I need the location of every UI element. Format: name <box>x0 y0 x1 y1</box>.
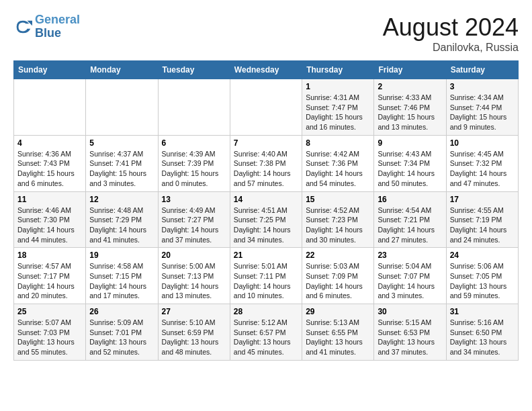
calendar-cell: 20Sunrise: 5:00 AM Sunset: 7:13 PM Dayli… <box>158 248 230 304</box>
column-header-friday: Friday <box>374 61 446 79</box>
calendar-cell: 30Sunrise: 5:15 AM Sunset: 6:53 PM Dayli… <box>374 304 446 361</box>
day-info: Sunrise: 4:36 AM Sunset: 7:43 PM Dayligh… <box>17 149 82 189</box>
calendar-cell: 31Sunrise: 5:16 AM Sunset: 6:50 PM Dayli… <box>446 304 518 361</box>
day-number: 2 <box>378 82 442 91</box>
day-number: 25 <box>17 307 82 316</box>
day-info: Sunrise: 4:58 AM Sunset: 7:15 PM Dayligh… <box>89 261 154 301</box>
day-number: 12 <box>89 195 154 204</box>
calendar-cell: 12Sunrise: 4:48 AM Sunset: 7:29 PM Dayli… <box>86 191 158 248</box>
calendar-cell: 19Sunrise: 4:58 AM Sunset: 7:15 PM Dayli… <box>86 248 158 304</box>
column-header-thursday: Thursday <box>302 61 374 79</box>
day-info: Sunrise: 4:33 AM Sunset: 7:46 PM Dayligh… <box>378 93 442 132</box>
calendar-week-row: 4Sunrise: 4:36 AM Sunset: 7:43 PM Daylig… <box>14 135 519 191</box>
calendar-cell: 17Sunrise: 4:55 AM Sunset: 7:19 PM Dayli… <box>446 191 518 248</box>
day-number: 20 <box>162 250 226 260</box>
day-number: 13 <box>162 195 226 204</box>
day-number: 29 <box>306 307 370 316</box>
calendar-header-row: SundayMondayTuesdayWednesdayThursdayFrid… <box>14 61 519 79</box>
calendar-cell: 4Sunrise: 4:36 AM Sunset: 7:43 PM Daylig… <box>14 135 86 191</box>
day-info: Sunrise: 4:45 AM Sunset: 7:32 PM Dayligh… <box>450 149 515 189</box>
day-number: 16 <box>378 195 442 204</box>
logo-text: General Blue <box>35 13 80 40</box>
day-number: 11 <box>17 195 82 204</box>
day-number: 1 <box>306 82 370 91</box>
day-info: Sunrise: 5:15 AM Sunset: 6:53 PM Dayligh… <box>378 318 442 357</box>
month-year: August 2024 <box>383 13 519 42</box>
day-info: Sunrise: 5:07 AM Sunset: 7:03 PM Dayligh… <box>17 318 82 357</box>
calendar-cell <box>158 79 230 136</box>
day-info: Sunrise: 4:37 AM Sunset: 7:41 PM Dayligh… <box>89 149 154 189</box>
location: Danilovka, Russia <box>383 42 519 54</box>
calendar-cell: 21Sunrise: 5:01 AM Sunset: 7:11 PM Dayli… <box>230 248 302 304</box>
day-info: Sunrise: 4:46 AM Sunset: 7:30 PM Dayligh… <box>17 205 82 245</box>
day-info: Sunrise: 4:54 AM Sunset: 7:21 PM Dayligh… <box>378 205 442 245</box>
day-info: Sunrise: 5:06 AM Sunset: 7:05 PM Dayligh… <box>450 261 515 301</box>
logo-icon <box>13 17 32 36</box>
day-number: 23 <box>378 250 442 260</box>
day-number: 6 <box>162 138 226 148</box>
calendar-week-row: 18Sunrise: 4:57 AM Sunset: 7:17 PM Dayli… <box>14 248 519 304</box>
calendar-cell: 6Sunrise: 4:39 AM Sunset: 7:39 PM Daylig… <box>158 135 230 191</box>
day-number: 27 <box>162 307 226 316</box>
day-number: 4 <box>17 138 82 148</box>
day-number: 14 <box>234 195 298 204</box>
logo: General Blue <box>13 13 80 40</box>
day-info: Sunrise: 5:09 AM Sunset: 7:01 PM Dayligh… <box>89 318 154 357</box>
page-header: General Blue August 2024 Danilovka, Russ… <box>13 13 519 54</box>
day-number: 26 <box>89 307 154 316</box>
calendar-cell: 18Sunrise: 4:57 AM Sunset: 7:17 PM Dayli… <box>14 248 86 304</box>
calendar-cell: 13Sunrise: 4:49 AM Sunset: 7:27 PM Dayli… <box>158 191 230 248</box>
day-info: Sunrise: 5:12 AM Sunset: 6:57 PM Dayligh… <box>234 318 298 357</box>
calendar-cell: 23Sunrise: 5:04 AM Sunset: 7:07 PM Dayli… <box>374 248 446 304</box>
day-info: Sunrise: 4:39 AM Sunset: 7:39 PM Dayligh… <box>162 149 226 189</box>
day-info: Sunrise: 4:49 AM Sunset: 7:27 PM Dayligh… <box>162 205 226 245</box>
day-number: 15 <box>306 195 370 204</box>
day-number: 19 <box>89 250 154 260</box>
calendar-week-row: 1Sunrise: 4:31 AM Sunset: 7:47 PM Daylig… <box>14 79 519 136</box>
title-block: August 2024 Danilovka, Russia <box>383 13 519 54</box>
calendar-cell: 7Sunrise: 4:40 AM Sunset: 7:38 PM Daylig… <box>230 135 302 191</box>
calendar-cell: 24Sunrise: 5:06 AM Sunset: 7:05 PM Dayli… <box>446 248 518 304</box>
calendar-cell: 5Sunrise: 4:37 AM Sunset: 7:41 PM Daylig… <box>86 135 158 191</box>
calendar-cell <box>14 79 86 136</box>
column-header-saturday: Saturday <box>446 61 518 79</box>
day-info: Sunrise: 4:48 AM Sunset: 7:29 PM Dayligh… <box>89 205 154 245</box>
day-info: Sunrise: 4:40 AM Sunset: 7:38 PM Dayligh… <box>234 149 298 189</box>
day-info: Sunrise: 5:16 AM Sunset: 6:50 PM Dayligh… <box>450 318 515 357</box>
day-info: Sunrise: 4:57 AM Sunset: 7:17 PM Dayligh… <box>17 261 82 301</box>
day-info: Sunrise: 4:42 AM Sunset: 7:36 PM Dayligh… <box>306 149 370 189</box>
day-number: 10 <box>450 138 515 148</box>
calendar-cell: 14Sunrise: 4:51 AM Sunset: 7:25 PM Dayli… <box>230 191 302 248</box>
day-number: 3 <box>450 82 515 91</box>
calendar-cell: 16Sunrise: 4:54 AM Sunset: 7:21 PM Dayli… <box>374 191 446 248</box>
day-info: Sunrise: 5:13 AM Sunset: 6:55 PM Dayligh… <box>306 318 370 357</box>
day-info: Sunrise: 4:31 AM Sunset: 7:47 PM Dayligh… <box>306 93 370 132</box>
day-info: Sunrise: 5:04 AM Sunset: 7:07 PM Dayligh… <box>378 261 442 301</box>
calendar-cell: 28Sunrise: 5:12 AM Sunset: 6:57 PM Dayli… <box>230 304 302 361</box>
calendar-cell: 27Sunrise: 5:10 AM Sunset: 6:59 PM Dayli… <box>158 304 230 361</box>
calendar-cell: 8Sunrise: 4:42 AM Sunset: 7:36 PM Daylig… <box>302 135 374 191</box>
day-info: Sunrise: 4:43 AM Sunset: 7:34 PM Dayligh… <box>378 149 442 189</box>
column-header-monday: Monday <box>86 61 158 79</box>
calendar-cell: 10Sunrise: 4:45 AM Sunset: 7:32 PM Dayli… <box>446 135 518 191</box>
calendar-cell: 3Sunrise: 4:34 AM Sunset: 7:44 PM Daylig… <box>446 79 518 136</box>
calendar-week-row: 11Sunrise: 4:46 AM Sunset: 7:30 PM Dayli… <box>14 191 519 248</box>
day-info: Sunrise: 4:55 AM Sunset: 7:19 PM Dayligh… <box>450 205 515 245</box>
day-info: Sunrise: 5:03 AM Sunset: 7:09 PM Dayligh… <box>306 261 370 301</box>
calendar-cell: 29Sunrise: 5:13 AM Sunset: 6:55 PM Dayli… <box>302 304 374 361</box>
day-info: Sunrise: 5:10 AM Sunset: 6:59 PM Dayligh… <box>162 318 226 357</box>
calendar-cell: 11Sunrise: 4:46 AM Sunset: 7:30 PM Dayli… <box>14 191 86 248</box>
day-info: Sunrise: 5:00 AM Sunset: 7:13 PM Dayligh… <box>162 261 226 301</box>
day-info: Sunrise: 4:52 AM Sunset: 7:23 PM Dayligh… <box>306 205 370 245</box>
day-number: 31 <box>450 307 515 316</box>
day-info: Sunrise: 4:51 AM Sunset: 7:25 PM Dayligh… <box>234 205 298 245</box>
calendar-cell: 9Sunrise: 4:43 AM Sunset: 7:34 PM Daylig… <box>374 135 446 191</box>
day-number: 5 <box>89 138 154 148</box>
calendar-cell: 1Sunrise: 4:31 AM Sunset: 7:47 PM Daylig… <box>302 79 374 136</box>
column-header-tuesday: Tuesday <box>158 61 230 79</box>
day-number: 21 <box>234 250 298 260</box>
column-header-wednesday: Wednesday <box>230 61 302 79</box>
calendar-cell: 15Sunrise: 4:52 AM Sunset: 7:23 PM Dayli… <box>302 191 374 248</box>
day-number: 24 <box>450 250 515 260</box>
day-number: 28 <box>234 307 298 316</box>
